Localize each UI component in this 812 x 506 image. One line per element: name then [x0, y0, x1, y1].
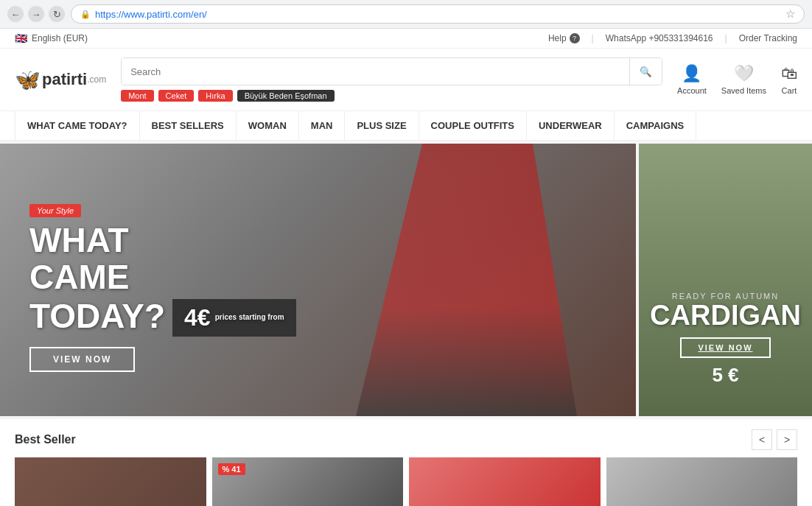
- account-label: Account: [677, 86, 707, 95]
- search-button[interactable]: 🔍: [629, 58, 662, 85]
- address-bar[interactable]: 🔒 https://www.patirti.com/en/ ☆: [71, 4, 805, 24]
- hero-title-line2: CAME: [29, 259, 296, 296]
- hero-main-banner[interactable]: Your Style WHAT CAME TODAY? 4 € prices s…: [0, 144, 636, 416]
- hero-title-line3-row: TODAY? 4 € prices starting from: [29, 296, 296, 337]
- hero-side-title: CARDIGAN: [639, 301, 812, 331]
- product-image: [606, 457, 798, 506]
- account-icon: 👤: [682, 64, 701, 83]
- hero-main-content: Your Style WHAT CAME TODAY? 4 € prices s…: [29, 204, 296, 372]
- nav-arrows: < >: [752, 429, 797, 450]
- tag-mont[interactable]: Mont: [121, 90, 153, 102]
- top-bar-left: 🇬🇧 English (EUR): [15, 32, 88, 44]
- product-image: [15, 457, 206, 506]
- refresh-button[interactable]: ↻: [49, 6, 65, 22]
- nav-item-best-sellers[interactable]: BEST SELLERS: [140, 111, 237, 140]
- nav-item-man[interactable]: MAN: [299, 111, 346, 140]
- question-mark-icon: ?: [570, 33, 580, 43]
- tag-buyuk-beden[interactable]: Büyük Beden Eşofman: [237, 90, 335, 102]
- hero-title-line3: TODAY?: [29, 298, 165, 335]
- browser-chrome: ← → ↻ 🔒 https://www.patirti.com/en/ ☆: [0, 0, 812, 29]
- search-area: 🔍 Mont Ceket Hırka Büyük Beden Eşofman: [121, 57, 662, 102]
- hero-side-price: 5 €: [639, 364, 812, 387]
- hero-side-price-value: 5: [712, 364, 722, 386]
- lock-icon: 🔒: [80, 10, 91, 19]
- tag-hirka[interactable]: Hırka: [198, 90, 232, 102]
- order-tracking-link[interactable]: Order Tracking: [739, 33, 797, 43]
- style-badge: Your Style: [29, 204, 81, 217]
- saved-items-button[interactable]: 🤍 Saved Items: [721, 64, 766, 95]
- header-actions: 👤 Account 🤍 Saved Items 🛍 Cart: [677, 64, 797, 95]
- tag-list: Mont Ceket Hırka Büyük Beden Eşofman: [121, 90, 662, 102]
- help-button[interactable]: Help ?: [548, 33, 580, 43]
- nav-item-what-came-today[interactable]: WHAT CAME TODAY?: [15, 111, 140, 140]
- hero-cta-button[interactable]: VIEW NOW: [29, 347, 135, 372]
- main-nav: WHAT CAME TODAY? BEST SELLERS WOMAN MAN …: [0, 110, 812, 141]
- tag-ceket[interactable]: Ceket: [158, 90, 195, 102]
- heart-icon: 🤍: [734, 64, 754, 83]
- hero-title-line1: WHAT: [29, 222, 296, 259]
- bookmark-icon[interactable]: ☆: [785, 7, 795, 21]
- top-bar: 🇬🇧 English (EUR) Help ? | WhatsApp +9053…: [0, 29, 812, 49]
- logo-icon: 🦋: [15, 68, 41, 92]
- divider: |: [725, 33, 727, 43]
- product-card[interactable]: [606, 457, 798, 506]
- saved-items-label: Saved Items: [721, 86, 766, 95]
- browser-controls: ← → ↻: [7, 6, 65, 22]
- product-image: % 41: [212, 457, 404, 506]
- hero-side-content: READY FOR AUTUMN CARDIGAN VIEW NOW 5 €: [639, 292, 812, 387]
- cart-button[interactable]: 🛍 Cart: [781, 64, 797, 95]
- nav-item-woman[interactable]: WOMAN: [237, 111, 299, 140]
- nav-item-campaigns[interactable]: CAMPAIGNS: [615, 111, 696, 140]
- product-card[interactable]: [15, 457, 206, 506]
- hero-side-banner[interactable]: READY FOR AUTUMN CARDIGAN VIEW NOW 5 €: [639, 144, 812, 416]
- url-text: https://www.patirti.com/en/: [95, 9, 781, 20]
- hero-price-sub: prices starting from: [215, 313, 284, 322]
- logo-text: patirti: [42, 70, 87, 89]
- hero-price-box: 4 € prices starting from: [172, 299, 296, 337]
- logo-com: .com: [87, 74, 106, 85]
- product-card[interactable]: % 41: [212, 457, 404, 506]
- forward-button[interactable]: →: [28, 6, 44, 22]
- product-grid: % 41: [15, 457, 797, 506]
- product-image: [409, 457, 601, 506]
- flag-icon: 🇬🇧: [15, 32, 27, 44]
- search-icon: 🔍: [640, 66, 652, 77]
- product-card[interactable]: [409, 457, 601, 506]
- search-bar: 🔍: [121, 57, 662, 85]
- top-bar-right: Help ? | WhatsApp +905331394616 | Order …: [548, 33, 797, 43]
- hero-price: 4: [184, 305, 197, 331]
- section-title: Best Seller: [15, 433, 76, 446]
- next-arrow-button[interactable]: >: [777, 429, 797, 450]
- divider: |: [592, 33, 594, 43]
- header: 🦋 patirti .com 🔍 Mont Ceket Hırka Büyük …: [0, 49, 812, 110]
- help-label: Help: [548, 33, 567, 43]
- hero-side-cta-button[interactable]: VIEW NOW: [680, 337, 770, 358]
- back-button[interactable]: ←: [7, 6, 24, 22]
- nav-item-underwear[interactable]: UNDERWEAR: [527, 111, 615, 140]
- discount-badge: % 41: [218, 463, 245, 475]
- hero-currency: €: [197, 305, 211, 331]
- best-seller-section: Best Seller < > % 41: [0, 419, 812, 506]
- language-label: English (EUR): [32, 33, 88, 43]
- hero-side-currency: €: [728, 364, 738, 386]
- cart-label: Cart: [782, 86, 797, 95]
- prev-arrow-button[interactable]: <: [752, 429, 772, 450]
- nav-item-plus-size[interactable]: PLUS SIZE: [345, 111, 419, 140]
- whatsapp-link[interactable]: WhatsApp +905331394616: [606, 33, 713, 43]
- hero-title: WHAT CAME TODAY? 4 € prices starting fro…: [29, 222, 296, 337]
- nav-item-couple-outfits[interactable]: COUPLE OUTFITS: [419, 111, 527, 140]
- logo[interactable]: 🦋 patirti .com: [15, 68, 106, 92]
- section-header: Best Seller < >: [15, 429, 797, 450]
- search-input[interactable]: [122, 58, 629, 85]
- hero-section: Your Style WHAT CAME TODAY? 4 € prices s…: [0, 141, 812, 419]
- account-button[interactable]: 👤 Account: [677, 64, 707, 95]
- cart-icon: 🛍: [781, 64, 797, 83]
